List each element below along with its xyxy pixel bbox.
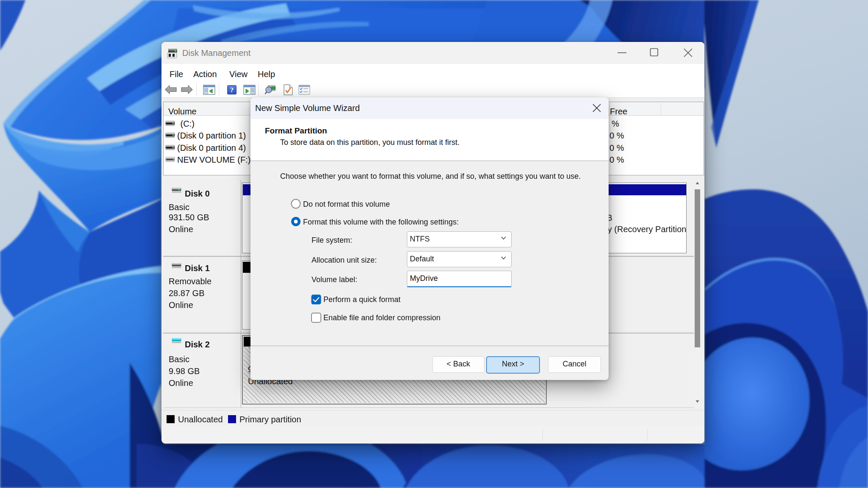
svg-text:?: ? [230, 86, 234, 94]
